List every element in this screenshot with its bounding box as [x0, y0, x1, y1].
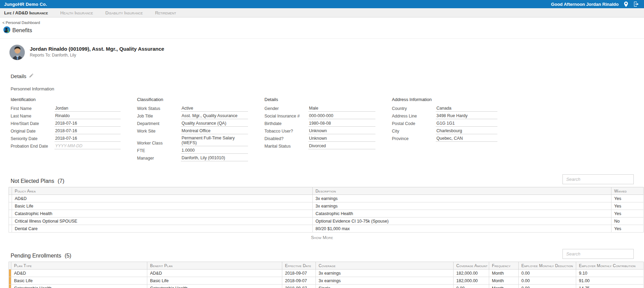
- tab-item[interactable]: Disability Insurance: [106, 10, 150, 15]
- field-value[interactable]: Asst. Mgr., Quality Assurance: [181, 113, 248, 119]
- table-row[interactable]: Basic Life 3x earnings Yes: [9, 202, 644, 210]
- edit-pencil-icon[interactable]: [29, 73, 34, 79]
- field-label: Tobacco User?: [264, 129, 308, 134]
- field-value[interactable]: Unknown: [308, 136, 375, 142]
- field-value[interactable]: Divorced: [308, 143, 375, 149]
- field-value[interactable]: Danforth, Lily (001010): [181, 155, 248, 161]
- tab-item[interactable]: Health Insurance: [60, 10, 100, 15]
- field-value[interactable]: Active: [181, 106, 248, 112]
- form-field: Province Quebec, CAN: [392, 136, 514, 142]
- field-value[interactable]: Permanent Full-Time Salary (WEFS): [181, 136, 248, 146]
- table-header-row: Policy Area Description Waived: [9, 187, 644, 195]
- column-header-coverage-amount[interactable]: Coverage Amount: [454, 262, 489, 270]
- field-value[interactable]: 2018-07-16: [54, 136, 121, 142]
- show-more-link[interactable]: Show More: [0, 235, 644, 240]
- column-header-effective-date[interactable]: Effective Date: [282, 262, 316, 270]
- column-header-plan-type[interactable]: Plan Type: [11, 262, 147, 270]
- employer-monthly-contribution-cell: 91.00: [576, 277, 644, 285]
- field-value[interactable]: Male: [308, 106, 375, 112]
- field-value[interactable]: Montreal Office: [181, 128, 248, 134]
- coverage-amount-cell: 182,000.00: [454, 277, 489, 285]
- details-section-title: Details: [11, 73, 26, 79]
- field-value[interactable]: 2018-07-16: [54, 128, 121, 134]
- field-value[interactable]: 3498 Rue Hardy: [436, 113, 497, 119]
- accent-cell: [9, 210, 12, 217]
- plan-type-cell: AD&D: [11, 270, 147, 277]
- tab-item[interactable]: Retirement: [155, 10, 184, 15]
- column-header-waived[interactable]: Waived: [611, 187, 644, 195]
- waived-cell: Yes: [611, 195, 644, 202]
- not-elected-plans-table: Policy Area Description Waived AD&D 3x e…: [9, 187, 644, 233]
- field-value[interactable]: Charlesbourg: [436, 128, 497, 134]
- details-group: Details Gender Male Social Insurance # 0…: [264, 97, 392, 163]
- policy-area-cell: Basic Life: [12, 202, 313, 210]
- field-value[interactable]: YYYY-MM-DD: [54, 143, 121, 149]
- accent-cell: [9, 262, 11, 270]
- field-value[interactable]: Canada: [436, 106, 497, 112]
- tab-item[interactable]: Life / AD&D Insurance: [4, 10, 55, 15]
- field-value[interactable]: 1980-08-08: [308, 121, 375, 127]
- field-label: Province: [392, 136, 436, 142]
- field-value[interactable]: 2018-07-16: [54, 121, 121, 127]
- benefit-plan-cell: Basic Life: [147, 277, 282, 285]
- effective-date-cell: 2018-09-07: [282, 277, 316, 285]
- field-value[interactable]: Quebec, CAN: [436, 136, 497, 142]
- column-header-benefit-plan[interactable]: Benefit Plan: [147, 262, 282, 270]
- form-field: Disabled? Unknown: [264, 136, 392, 142]
- field-label: Birthdate: [264, 121, 308, 127]
- field-label: Manager: [137, 156, 181, 161]
- form-field: Last Name Rinaldo: [11, 113, 137, 119]
- table-row[interactable]: Dental Care 80/20 $1,000 max Yes: [9, 225, 644, 233]
- table-row[interactable]: Catastrophic Health Catastrophic Health …: [9, 210, 644, 217]
- page-title: Benefits: [12, 27, 32, 34]
- accent-cell: [9, 225, 12, 233]
- column-header-coverage[interactable]: Coverage: [316, 262, 454, 270]
- pending-enrollments-title: Pending Enrollments(5): [11, 253, 71, 259]
- benefit-category-tabs: Life / AD&D Insurance Health Insurance D…: [0, 8, 644, 17]
- pending-accent-bar: [9, 270, 11, 277]
- field-value[interactable]: 000-000-000: [308, 113, 375, 119]
- table-row[interactable]: AD&D AD&D 2018-09-07 3x earnings 182,000…: [9, 270, 644, 277]
- identification-group: Identification First Name Jordan Last Na…: [11, 97, 137, 163]
- pending-search-input[interactable]: [562, 249, 634, 259]
- column-header-policy-area[interactable]: Policy Area: [12, 187, 313, 195]
- employee-name-line: Jordan Rinaldo (001099), Asst. Mgr., Qua…: [30, 46, 164, 52]
- table-row[interactable]: Critical Illness Optional SPOUSE Optiona…: [9, 217, 644, 225]
- field-label: Department: [137, 121, 181, 127]
- coverage-cell: 3x earnings: [316, 277, 454, 285]
- form-field: Job Title Asst. Mgr., Quality Assurance: [137, 113, 264, 119]
- column-header-employee-monthly-deduction[interactable]: Employee Monthly Deduction: [519, 262, 576, 270]
- field-value[interactable]: Rinaldo: [54, 113, 121, 119]
- breadcrumb-personal-dashboard[interactable]: < Personal Dashboard: [2, 21, 40, 25]
- column-header-employer-monthly-contribution[interactable]: Employer Monthly Contribution: [576, 262, 644, 270]
- table-row[interactable]: AD&D 3x earnings Yes: [9, 195, 644, 202]
- employee-monthly-deduction-cell: 0.00: [519, 285, 576, 288]
- field-value[interactable]: Quality Assurance (QA): [181, 121, 248, 127]
- not-elected-search-input[interactable]: [562, 174, 634, 184]
- table-row[interactable]: Basic Life Basic Life 2018-09-07 3x earn…: [9, 277, 644, 285]
- waived-cell: Yes: [611, 225, 644, 233]
- description-cell: 3x earnings: [313, 195, 611, 202]
- field-value[interactable]: G1G 1G1: [436, 121, 497, 127]
- frequency-cell: Month: [489, 277, 519, 285]
- table-row[interactable]: Catastrophic Health Catastrophic Health …: [9, 285, 644, 288]
- field-value[interactable]: Jordan: [54, 106, 121, 112]
- field-label: FTE: [137, 148, 181, 154]
- coverage-cell: Single: [316, 285, 454, 288]
- employee-monthly-deduction-cell: 0.00: [519, 270, 576, 277]
- effective-date-cell: 2018-09-07: [282, 285, 316, 288]
- field-label: Hire/Start Date: [11, 121, 54, 127]
- form-field: Tobacco User? Unknown: [264, 128, 392, 134]
- location-pin-icon[interactable]: [623, 1, 629, 7]
- employee-header: Jordan Rinaldo (001099), Asst. Mgr., Qua…: [9, 45, 644, 60]
- sign-out-icon[interactable]: [633, 1, 639, 7]
- coverage-amount-cell: 182,000.00: [454, 270, 489, 277]
- form-field: Birthdate 1980-08-08: [264, 121, 392, 127]
- field-value[interactable]: Unknown: [308, 128, 375, 134]
- column-header-description[interactable]: Description: [313, 187, 611, 195]
- field-value[interactable]: 1.0000: [181, 148, 248, 154]
- accent-cell: [9, 202, 12, 210]
- policy-area-cell: Catastrophic Health: [12, 210, 313, 217]
- column-header-frequency[interactable]: Frequency: [489, 262, 519, 270]
- pending-accent-bar: [9, 285, 11, 288]
